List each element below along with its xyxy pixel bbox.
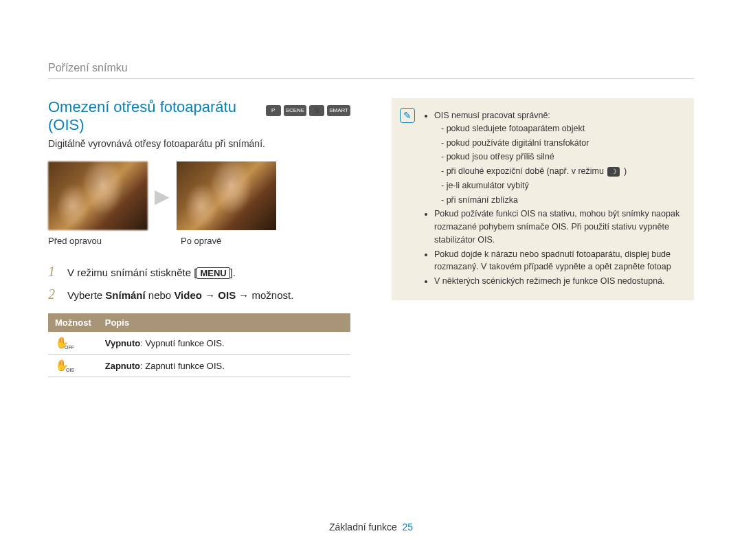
mode-icon-scene: SCENE <box>284 105 307 116</box>
table-header-option: Možnost <box>48 313 98 332</box>
caption-before: Před opravou <box>48 236 148 246</box>
step-2: 2 Vyberte Snímání nebo Video → OIS → mož… <box>48 287 350 302</box>
page-number: 25 <box>403 522 414 533</box>
mode-icon-p: P <box>266 105 281 116</box>
step-1: 1 V režimu snímání stiskněte [MENU]. <box>48 264 350 280</box>
table-row: ✋OIS Zapnuto: Zapnutí funkce OIS. <box>48 355 350 377</box>
menu-button-label: MENU <box>196 267 229 279</box>
note-box: ✎ OIS nemusí pracovat správně: pokud sle… <box>392 98 694 300</box>
options-table: Možnost Popis ✋OFF Vypnuto: Vypnutí funk… <box>48 313 350 377</box>
step-number: 2 <box>48 287 59 302</box>
note-icon: ✎ <box>400 108 415 123</box>
mode-icons: P SCENE 🎥 SMART <box>266 105 350 116</box>
sample-image-after <box>177 161 276 230</box>
caption-after: Po opravě <box>181 236 280 246</box>
ois-on-icon: ✋OIS <box>55 360 69 371</box>
sample-image-before <box>48 161 148 230</box>
mode-icon-smart: SMART <box>327 105 350 116</box>
table-header-desc: Popis <box>98 313 350 332</box>
breadcrumb: Pořízení snímku <box>48 62 694 79</box>
page-footer: Základní funkce 25 <box>0 522 742 533</box>
page-title: Omezení otřesů fotoaparátu (OIS) <box>48 98 260 134</box>
night-mode-icon: ☽ <box>607 167 620 177</box>
table-row: ✋OFF Vypnuto: Vypnutí funkce OIS. <box>48 332 350 355</box>
subtitle: Digitálně vyrovnává otřesy fotoaparátu p… <box>48 138 350 149</box>
arrow-right-icon: ▶ <box>155 185 170 208</box>
mode-icon-video: 🎥 <box>309 105 324 116</box>
step-number: 1 <box>48 264 59 280</box>
ois-off-icon: ✋OFF <box>55 337 69 348</box>
